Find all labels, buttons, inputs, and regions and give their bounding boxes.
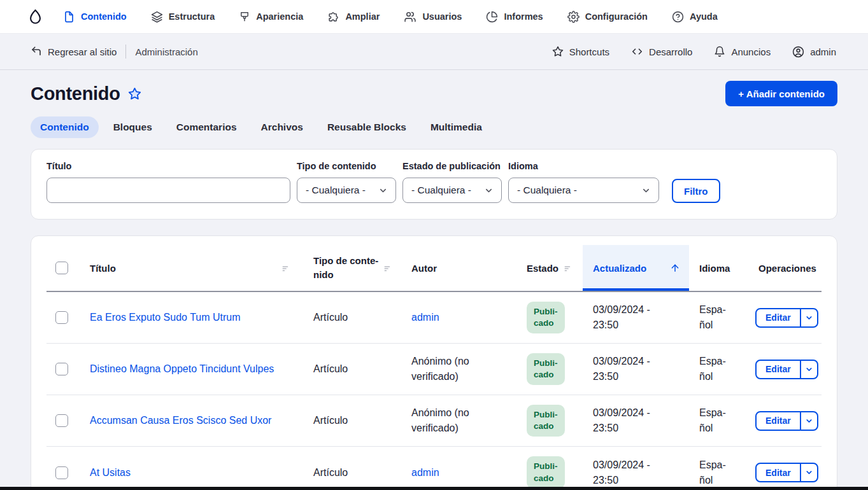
updated-date: 03/09/2024 - 23:50: [583, 405, 689, 436]
tab-reusable-blocks[interactable]: Reusable Blocks: [318, 116, 416, 138]
content-type: Artículo: [313, 415, 411, 426]
add-content-button[interactable]: + Añadir contenido: [725, 81, 837, 106]
header-status[interactable]: Estado: [527, 245, 583, 291]
table-header-row: Título Tipo de conte- nido Autor Estado: [46, 245, 822, 292]
toolbar-item-estructura[interactable]: Estructura: [151, 11, 215, 23]
user-circle-icon: [792, 46, 804, 58]
edit-button[interactable]: Editar: [757, 361, 800, 378]
author-text: Anónimo (no verificado): [411, 405, 527, 436]
status-filter-select[interactable]: - Cualquiera -: [402, 178, 502, 203]
toolbar-item-informes[interactable]: Informes: [486, 11, 543, 23]
tab-bloques[interactable]: Bloques: [104, 116, 162, 138]
language-filter-value: - Cualquiera -: [517, 185, 577, 196]
content-title-link[interactable]: At Usitas: [90, 467, 131, 478]
operations-dropdown-toggle[interactable]: [800, 464, 817, 481]
row-checkbox[interactable]: [55, 414, 68, 427]
toolbar-item-apariencia[interactable]: Apariencia: [239, 11, 303, 23]
filters-panel: Título Tipo de contenido - Cualquiera - …: [31, 149, 837, 220]
toolbar-item-ayuda[interactable]: Ayuda: [672, 11, 718, 23]
users-icon: [404, 11, 416, 23]
toolbar-label: Usuarios: [422, 11, 462, 22]
table-row: Accumsan Causa Eros Scisco Sed Uxor Artí…: [46, 395, 822, 447]
status-badge: Publi- cado: [527, 353, 565, 385]
edit-button[interactable]: Editar: [757, 309, 800, 326]
puzzle-icon: [327, 11, 339, 23]
pie-chart-icon: [486, 11, 498, 23]
code-icon: [631, 46, 643, 57]
edit-button[interactable]: Editar: [757, 464, 800, 481]
tab-comentarios[interactable]: Comentarios: [167, 116, 246, 138]
row-checkbox[interactable]: [55, 311, 68, 324]
language: Espa- ñol: [689, 302, 748, 333]
content-title-link[interactable]: Accumsan Causa Eros Scisco Sed Uxor: [90, 415, 271, 426]
toolbar-item-contenido[interactable]: Contenido: [63, 11, 127, 23]
shortcuts-button[interactable]: Shortcuts: [552, 46, 609, 57]
announcements-button[interactable]: Anuncios: [714, 46, 771, 57]
tab-multimedia[interactable]: Multimedia: [421, 116, 492, 138]
header-type[interactable]: Tipo de conte- nido: [313, 245, 411, 291]
row-checkbox[interactable]: [55, 466, 68, 479]
tab-contenido[interactable]: Contenido: [31, 116, 99, 138]
layers-icon: [151, 11, 163, 23]
status-filter-label: Estado de publicación: [402, 161, 502, 171]
title-filter-label: Título: [46, 161, 290, 171]
help-icon: [672, 11, 684, 23]
toolbar-label: Contenido: [81, 11, 127, 22]
star-icon: [552, 46, 564, 57]
main-content: Contenido + Añadir contenido Contenido B…: [0, 81, 868, 490]
tab-archivos[interactable]: Archivos: [252, 116, 313, 138]
operations-dropdown-toggle[interactable]: [800, 309, 817, 326]
gear-icon: [567, 11, 580, 23]
content-title-link[interactable]: Ea Eros Exputo Sudo Tum Utrum: [90, 312, 241, 323]
toolbar-item-configuracion[interactable]: Configuración: [567, 11, 648, 23]
shortcuts-label: Shortcuts: [569, 46, 609, 57]
table-row: Distineo Magna Oppeto Tincidunt Vulpes A…: [46, 344, 822, 395]
language-filter-label: Idioma: [508, 161, 659, 171]
title-filter-input[interactable]: [46, 178, 290, 203]
title-filter-field: Título: [46, 161, 290, 203]
account-menu[interactable]: admin: [792, 46, 836, 58]
row-checkbox[interactable]: [55, 363, 68, 375]
drupal-logo-icon[interactable]: [27, 8, 44, 25]
author-link[interactable]: admin: [411, 312, 439, 323]
header-author: Autor: [411, 245, 527, 291]
favorite-star-icon[interactable]: [128, 87, 141, 101]
toolbar-label: Configuración: [585, 11, 648, 22]
header-title[interactable]: Título: [90, 245, 313, 291]
operations-split-button: Editar: [755, 308, 818, 328]
language-filter-field: Idioma - Cualquiera -: [508, 161, 659, 203]
type-filter-label: Tipo de contenido: [297, 161, 396, 171]
type-filter-select[interactable]: - Cualquiera -: [297, 178, 396, 203]
back-to-site-link[interactable]: Regresar al sitio: [31, 46, 117, 57]
development-label: Desarrollo: [649, 46, 692, 57]
header-select-all: [46, 245, 90, 291]
chevron-down-icon: [641, 186, 651, 195]
content-type: Artículo: [313, 467, 411, 479]
status-badge: Publi- cado: [527, 302, 565, 333]
toolbar-item-usuarios[interactable]: Usuarios: [404, 11, 462, 23]
breadcrumb[interactable]: Administración: [135, 46, 197, 57]
edit-button[interactable]: Editar: [757, 412, 800, 430]
filter-submit-button[interactable]: Filtro: [672, 179, 720, 203]
toolbar-item-ampliar[interactable]: Ampliar: [327, 11, 380, 23]
document-icon: [63, 11, 75, 23]
account-label: admin: [810, 46, 836, 57]
language-filter-select[interactable]: - Cualquiera -: [508, 178, 659, 203]
admin-toolbar: Contenido Estructura Apariencia Ampliar …: [0, 0, 868, 34]
sort-icon: [563, 263, 573, 273]
header-updated-active-sort[interactable]: Actualizado: [583, 245, 689, 291]
select-all-checkbox[interactable]: [55, 262, 68, 274]
development-button[interactable]: Desarrollo: [631, 46, 692, 57]
content-title-link[interactable]: Distineo Magna Oppeto Tincidunt Vulpes: [90, 363, 274, 374]
toolbar-label: Ayuda: [690, 11, 718, 22]
author-link[interactable]: admin: [411, 467, 439, 478]
bell-icon: [714, 46, 725, 57]
back-to-site-label: Regresar al sitio: [48, 46, 117, 57]
chevron-down-icon: [378, 186, 388, 195]
status-filter-value: - Cualquiera -: [411, 185, 471, 196]
header-language: Idioma: [689, 245, 748, 291]
operations-dropdown-toggle[interactable]: [800, 361, 817, 378]
operations-dropdown-toggle[interactable]: [800, 412, 817, 430]
status-badge: Publi- cado: [527, 405, 565, 437]
content-table: Título Tipo de conte- nido Autor Estado: [31, 235, 837, 490]
